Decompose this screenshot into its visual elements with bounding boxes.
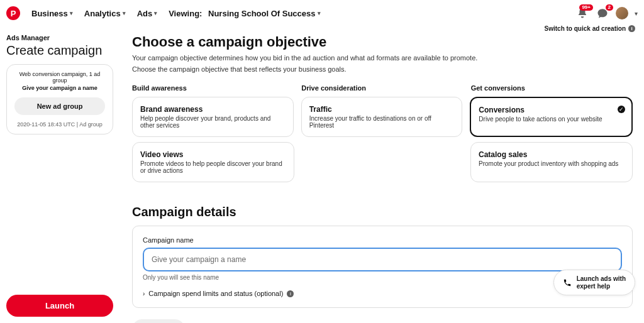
- header-right: 99+ 2 ▾: [575, 6, 638, 20]
- notifications-button[interactable]: 99+: [575, 6, 589, 20]
- card-title: Traffic: [309, 105, 455, 114]
- card-title: Catalog sales: [479, 150, 625, 159]
- chevron-down-icon: ▾: [123, 10, 126, 16]
- card-title: Brand awareness: [140, 105, 286, 114]
- chevron-down-icon: ▾: [154, 10, 157, 16]
- card-desc: Promote your product inventory with shop…: [479, 160, 625, 167]
- switch-quick-ad[interactable]: Switch to quick ad creation i: [545, 25, 635, 32]
- col-head-conversions: Get conversions: [471, 84, 633, 92]
- campaign-summary-card: Web conversion campaign, 1 ad group Give…: [6, 64, 113, 134]
- section-heading-objective: Choose a campaign objective: [132, 34, 633, 50]
- objective-row-2: Video views Promote videos to help peopl…: [132, 142, 633, 182]
- campaign-name-input[interactable]: [143, 248, 622, 271]
- objective-conversions[interactable]: Conversions Drive people to take actions…: [470, 97, 633, 137]
- objective-traffic[interactable]: Traffic Increase your traffic to destina…: [301, 97, 463, 137]
- page-body: Ads Manager Create campaign Web conversi…: [0, 26, 644, 323]
- info-icon: i: [287, 290, 294, 297]
- nav-analytics[interactable]: Analytics▾: [84, 9, 126, 18]
- section-heading-details: Campaign details: [132, 205, 633, 219]
- card-title: Video views: [140, 150, 286, 159]
- card-desc: Increase your traffic to destinations on…: [309, 115, 455, 129]
- pinterest-logo[interactable]: P: [6, 6, 20, 20]
- breadcrumb: Ads Manager: [6, 34, 113, 41]
- objective-video-views[interactable]: Video views Promote videos to help peopl…: [132, 142, 294, 182]
- messages-button[interactable]: 2: [596, 6, 609, 20]
- objective-empty: [302, 142, 463, 182]
- card-desc: Help people discover your brand, product…: [140, 115, 286, 129]
- page-title: Create campaign: [6, 43, 113, 58]
- checkmark-icon: ✓: [618, 106, 625, 113]
- continue-button[interactable]: Continue: [132, 319, 185, 323]
- objective-row-1: Brand awareness Help people discover you…: [132, 97, 633, 137]
- account-switcher[interactable]: Viewing: Nursing School Of Success▾: [169, 9, 320, 18]
- avatar[interactable]: [616, 7, 628, 19]
- chevron-right-icon: ›: [143, 290, 145, 297]
- section-sub1: Your campaign objective determines how y…: [132, 54, 633, 62]
- chevron-down-icon[interactable]: ▾: [635, 10, 638, 17]
- nav-ads[interactable]: Ads▾: [137, 9, 158, 18]
- campaign-timestamp: 2020-11-05 18:43 UTC | Ad group: [12, 121, 108, 128]
- new-ad-group-button[interactable]: New ad group: [14, 97, 105, 115]
- info-icon: i: [628, 25, 635, 32]
- campaign-meta: Web conversion campaign, 1 ad group: [12, 71, 108, 84]
- launch-help-button[interactable]: Launch ads withexpert help: [553, 270, 635, 295]
- campaign-name-preview: Give your campaign a name: [12, 85, 108, 91]
- nav-label: Business: [31, 9, 68, 18]
- top-nav: P Business▾ Analytics▾ Ads▾ Viewing: Nur…: [0, 0, 644, 26]
- chevron-down-icon: ▾: [318, 10, 321, 16]
- chevron-down-icon: ▾: [70, 10, 73, 16]
- expander-label: Campaign spend limits and status (option…: [148, 290, 283, 297]
- spend-limits-expander[interactable]: › Campaign spend limits and status (opti…: [143, 290, 622, 297]
- notification-badge: 99+: [579, 4, 593, 11]
- nav-label: Ads: [137, 9, 153, 18]
- campaign-details-box: Campaign name Only you will see this nam…: [132, 226, 633, 308]
- viewing-prefix: Viewing:: [169, 9, 202, 18]
- campaign-name-label: Campaign name: [143, 236, 622, 244]
- col-head-consideration: Drive consideration: [301, 84, 463, 92]
- nav-label: Analytics: [84, 9, 121, 18]
- launch-help-text: Launch ads withexpert help: [577, 275, 626, 290]
- account-name: Nursing School Of Success: [208, 9, 316, 18]
- sidebar: Ads Manager Create campaign Web conversi…: [6, 26, 113, 323]
- objective-brand-awareness[interactable]: Brand awareness Help people discover you…: [132, 97, 294, 137]
- card-desc: Drive people to take actions on your web…: [479, 116, 624, 123]
- section-sub2: Choose the campaign objective that best …: [132, 65, 633, 73]
- messages-badge: 2: [606, 4, 613, 11]
- phone-icon: [563, 278, 572, 287]
- card-desc: Promote videos to help people discover y…: [140, 160, 286, 174]
- objective-catalog-sales[interactable]: Catalog sales Promote your product inven…: [470, 142, 633, 182]
- nav-business[interactable]: Business▾: [31, 9, 73, 18]
- card-title: Conversions: [479, 106, 624, 114]
- launch-button[interactable]: Launch: [6, 295, 113, 317]
- objective-column-heads: Build awareness Drive consideration Get …: [132, 84, 633, 92]
- campaign-name-hint: Only you will see this name: [143, 274, 622, 281]
- col-head-awareness: Build awareness: [132, 84, 294, 92]
- switch-quick-ad-label: Switch to quick ad creation: [545, 25, 626, 32]
